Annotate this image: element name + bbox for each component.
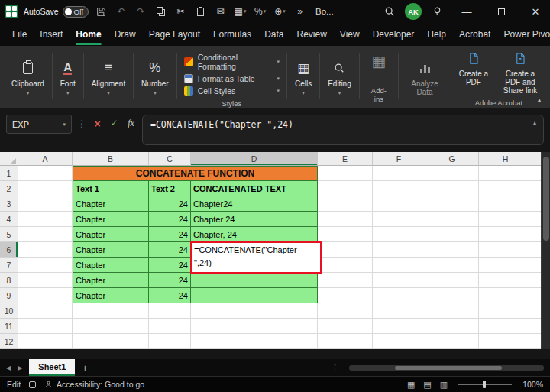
row-header-9[interactable]: 9 (0, 288, 18, 303)
column-header-E[interactable]: E (318, 152, 373, 166)
row-header-7[interactable]: 7 (0, 258, 18, 273)
row-header-5[interactable]: 5 (0, 227, 18, 242)
more-commands-button[interactable]: » (293, 3, 307, 20)
empty-cell[interactable] (373, 273, 425, 288)
page-break-view-button[interactable]: ▥ (440, 380, 448, 390)
sheet-prev-icon[interactable]: ◀ (6, 364, 11, 371)
save-button[interactable] (94, 3, 108, 20)
empty-cell[interactable] (425, 196, 479, 212)
cell-B5[interactable]: Chapter (73, 227, 149, 242)
empty-cell[interactable] (373, 212, 425, 227)
cell-D6-editing[interactable]: =CONCATENATE("Chapter ",24) (191, 242, 318, 258)
empty-cell[interactable] (425, 319, 479, 334)
empty-cell[interactable] (425, 181, 479, 196)
empty-cell[interactable] (373, 242, 425, 258)
active-cell-editor[interactable]: =CONCATENATE("Chapter ",24) (190, 241, 322, 274)
empty-cell[interactable] (479, 227, 532, 242)
cell-D9[interactable] (191, 288, 318, 303)
column-header-G[interactable]: G (425, 152, 479, 166)
font-group-button[interactable]: A Font ▾ (53, 47, 82, 108)
name-box[interactable]: EXP ▾ (6, 115, 72, 134)
empty-cell[interactable] (373, 227, 425, 242)
empty-cell[interactable] (479, 212, 532, 227)
cell-D3[interactable]: Chapter24 (191, 196, 318, 212)
empty-cell[interactable] (373, 258, 425, 273)
empty-cell[interactable] (479, 258, 532, 273)
menu-formulas[interactable]: Formulas (207, 24, 257, 46)
column-header-F[interactable]: F (373, 152, 425, 166)
empty-cell[interactable] (318, 319, 373, 334)
scrollbar-splitter-icon[interactable]: ⋮ (331, 363, 339, 373)
column-header-D[interactable]: D (191, 152, 318, 166)
row-header-10[interactable]: 10 (0, 303, 18, 319)
conditional-formatting-button[interactable]: Conditional Formatting ▾ (183, 51, 281, 73)
empty-cell[interactable] (318, 303, 373, 319)
empty-cell[interactable] (191, 303, 318, 319)
cell-title-B1[interactable]: CONCATENATE FUNCTION (73, 166, 318, 181)
minimize-button[interactable]: — (452, 0, 481, 23)
macro-record-icon[interactable] (29, 381, 36, 388)
empty-cell[interactable] (479, 288, 532, 303)
empty-cell[interactable] (373, 303, 425, 319)
empty-cell[interactable] (425, 166, 479, 181)
empty-cell[interactable] (18, 227, 73, 242)
empty-cell[interactable] (425, 303, 479, 319)
empty-cell[interactable] (479, 166, 532, 181)
ideas-button[interactable] (427, 6, 447, 17)
row-header-6[interactable]: 6 (0, 242, 18, 258)
cell-C5[interactable]: 24 (149, 227, 191, 242)
menu-insert[interactable]: Insert (34, 24, 69, 46)
empty-cell[interactable] (18, 212, 73, 227)
paste-button[interactable] (193, 3, 208, 20)
autosave-toggle[interactable]: AutoSave Off (24, 6, 89, 18)
empty-cell[interactable] (191, 319, 318, 334)
cell-B4[interactable]: Chapter (73, 212, 149, 227)
column-header-B[interactable]: B (73, 152, 149, 166)
page-layout-view-button[interactable]: ▤ (423, 380, 431, 390)
number-group-button[interactable]: % Number ▾ (134, 47, 176, 108)
cell-C4[interactable]: 24 (149, 212, 191, 227)
empty-cell[interactable] (373, 319, 425, 334)
empty-cell[interactable] (73, 334, 149, 349)
maximize-button[interactable] (487, 0, 516, 23)
empty-cell[interactable] (318, 273, 373, 288)
menu-power-pivot[interactable]: Power Pivot (497, 24, 550, 46)
close-button[interactable]: ✕ (521, 0, 550, 23)
create-pdf-share-button[interactable]: Create a PDF and Share link (495, 47, 545, 96)
copy-button[interactable] (154, 3, 168, 20)
zoom-slider-handle[interactable] (483, 381, 486, 388)
empty-cell[interactable] (373, 288, 425, 303)
editing-group-button[interactable]: Editing ▾ (321, 47, 358, 108)
formula-bar-collapse-icon[interactable]: ▴ (533, 119, 536, 126)
empty-cell[interactable] (18, 334, 73, 349)
cell-styles-button[interactable]: Cell Styles ▾ (183, 85, 281, 97)
empty-cell[interactable] (318, 227, 373, 242)
menu-review[interactable]: Review (290, 24, 332, 46)
empty-cell[interactable] (425, 288, 479, 303)
redo-button[interactable]: ↷ (134, 3, 148, 20)
cut-button[interactable]: ✂ (173, 3, 188, 20)
row-header-1[interactable]: 1 (0, 166, 18, 181)
cell-D2[interactable]: CONCATENATED TEXT (191, 181, 318, 196)
empty-cell[interactable] (479, 242, 532, 258)
menu-developer[interactable]: Developer (367, 24, 421, 46)
empty-cell[interactable] (18, 242, 73, 258)
add-ins-group[interactable]: ▦ Add-ins (361, 47, 397, 108)
normal-view-button[interactable]: ▦ (407, 380, 415, 390)
sheet-tab-sheet1[interactable]: Sheet1 (29, 359, 75, 376)
cell-B7[interactable]: Chapter (73, 258, 149, 273)
empty-cell[interactable] (18, 273, 73, 288)
column-header-A[interactable]: A (18, 152, 73, 166)
horizontal-scrollbar[interactable] (349, 365, 544, 371)
menu-view[interactable]: View (334, 24, 366, 46)
empty-cell[interactable] (149, 319, 191, 334)
cell-C8[interactable]: 24 (149, 273, 191, 288)
empty-cell[interactable] (318, 288, 373, 303)
sheet-next-icon[interactable]: ▶ (18, 364, 22, 371)
empty-cell[interactable] (318, 212, 373, 227)
cell-C3[interactable]: 24 (149, 196, 191, 212)
empty-cell[interactable] (149, 334, 191, 349)
cell-D5[interactable]: Chapter, 24 (191, 227, 318, 242)
format-as-table-button[interactable]: Format as Table ▾ (183, 73, 281, 85)
empty-cell[interactable] (191, 334, 318, 349)
